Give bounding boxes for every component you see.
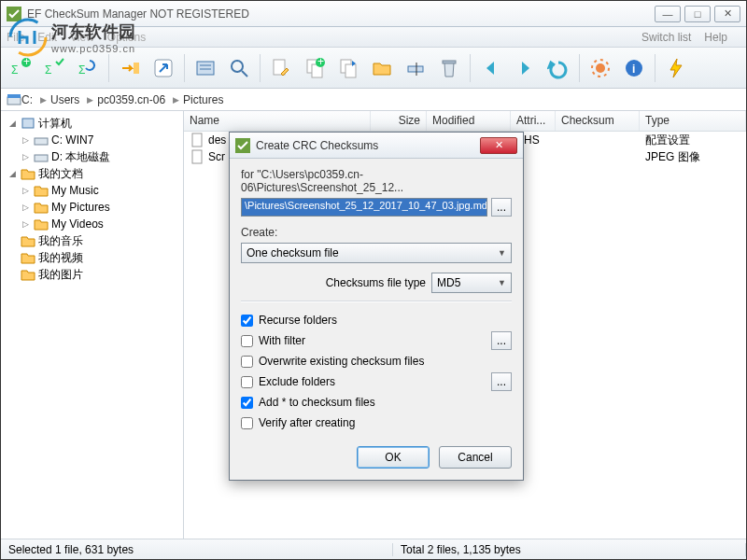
tool-action[interactable] — [660, 52, 692, 84]
tool-search[interactable] — [223, 52, 255, 84]
file-icon — [190, 149, 204, 164]
tool-forward[interactable] — [509, 52, 541, 84]
tree-node[interactable]: 我的音乐 — [3, 232, 181, 249]
svg-rect-27 — [7, 97, 21, 105]
svg-text:+: + — [23, 57, 30, 68]
svg-rect-33 — [192, 150, 202, 163]
tree-node[interactable]: ▷My Videos — [3, 216, 181, 232]
menu-switch-list[interactable]: Switch list — [641, 31, 691, 44]
filetype-combo[interactable]: MD5▼ — [431, 273, 512, 293]
tree-node[interactable]: 我的视频 — [3, 249, 181, 266]
tool-delete[interactable] — [433, 52, 465, 84]
tree-root[interactable]: ◢计算机 — [3, 115, 181, 132]
folder-tree[interactable]: ◢计算机 ▷C: WIN7 ▷D: 本地磁盘 ◢我的文档 ▷My Music ▷… — [1, 111, 184, 539]
svg-text:i: i — [632, 63, 635, 76]
svg-rect-28 — [7, 94, 21, 98]
svg-line-12 — [242, 71, 247, 77]
exclude-browse-button[interactable]: ... — [491, 372, 512, 391]
filter-checkbox[interactable] — [241, 335, 253, 347]
col-modified[interactable]: Modified — [427, 111, 511, 131]
svg-text:Σ: Σ — [78, 63, 85, 77]
svg-text:Σ: Σ — [11, 63, 18, 77]
col-name[interactable]: Name — [184, 111, 371, 131]
option-exclude[interactable]: Exclude folders... — [241, 371, 512, 392]
tree-node[interactable]: ▷My Pictures — [3, 199, 181, 216]
tool-back[interactable] — [475, 52, 507, 84]
filter-browse-button[interactable]: ... — [491, 331, 512, 350]
tree-node[interactable]: 我的图片 — [3, 266, 181, 283]
recurse-checkbox[interactable] — [241, 315, 253, 327]
dialog-title: Create CRC Checksums — [256, 139, 480, 152]
create-label: Create: — [241, 226, 512, 239]
tool-settings[interactable] — [585, 52, 616, 84]
svg-rect-8 — [197, 62, 214, 75]
watermark-name: 河东软件园 — [51, 21, 135, 43]
crumb-pictures[interactable]: Pictures — [183, 93, 223, 106]
tool-properties[interactable] — [190, 52, 221, 84]
tool-info[interactable]: i — [618, 52, 650, 84]
crumb-users[interactable]: Users — [50, 93, 79, 106]
svg-text:Σ: Σ — [45, 63, 51, 77]
exclude-checkbox[interactable] — [241, 376, 253, 388]
drive-icon — [7, 92, 21, 107]
option-verify[interactable]: Verify after creating — [241, 413, 512, 433]
ok-button[interactable]: OK — [357, 446, 430, 469]
crumb-drive[interactable]: C: — [21, 93, 33, 106]
option-overwrite[interactable]: Overwrite existing checksum files — [241, 351, 512, 371]
breadcrumb[interactable]: C:▶ Users▶ pc0359.cn-06▶ Pictures — [1, 89, 746, 111]
crumb-user[interactable]: pc0359.cn-06 — [97, 93, 165, 106]
tree-node[interactable]: ▷D: 本地磁盘 — [3, 148, 181, 165]
dialog-icon — [235, 138, 250, 153]
col-attr[interactable]: Attri... — [511, 111, 556, 131]
svg-rect-32 — [192, 133, 202, 147]
tool-rename[interactable] — [400, 52, 431, 84]
svg-rect-22 — [443, 61, 456, 63]
create-mode-combo[interactable]: One checksum file▼ — [241, 243, 512, 263]
svg-rect-6 — [134, 63, 139, 74]
tool-copy[interactable]: + — [299, 52, 331, 84]
overwrite-checkbox[interactable] — [241, 356, 253, 368]
verify-checkbox[interactable] — [241, 417, 253, 429]
tool-edit[interactable] — [265, 52, 297, 84]
col-type[interactable]: Type — [640, 111, 746, 131]
chevron-down-icon: ▼ — [498, 278, 506, 287]
create-checksums-dialog: Create CRC Checksums ✕ for "C:\Users\pc0… — [229, 132, 524, 481]
svg-rect-30 — [35, 138, 48, 145]
browse-path-button[interactable]: ... — [491, 198, 512, 217]
watermark-overlay: 河东软件园 www.pc0359.cn — [8, 18, 135, 57]
tool-shortcut[interactable] — [148, 52, 179, 84]
close-button[interactable]: ✕ — [714, 6, 740, 22]
status-right: Total 2 files, 1,135 bytes — [393, 543, 746, 556]
option-recurse[interactable]: Recurse folders — [241, 310, 512, 330]
output-path-input[interactable]: \Pictures\Screenshot_25_12_2017_10_47_03… — [241, 198, 487, 217]
option-with-filter[interactable]: With filter... — [241, 330, 512, 351]
col-checksum[interactable]: Checksum — [556, 111, 640, 131]
statusbar: Selected 1 file, 631 bytes Total 2 files… — [1, 539, 746, 559]
tree-node[interactable]: ▷My Music — [3, 182, 181, 199]
tool-undo[interactable] — [543, 52, 574, 84]
tree-node[interactable]: ◢我的文档 — [3, 165, 181, 182]
cancel-button[interactable]: Cancel — [439, 446, 512, 469]
svg-rect-20 — [408, 66, 423, 72]
tool-new-folder[interactable] — [366, 52, 398, 84]
chevron-right-icon: ▶ — [173, 95, 179, 105]
dialog-titlebar[interactable]: Create CRC Checksums ✕ — [230, 133, 523, 159]
chevron-right-icon: ▶ — [40, 95, 47, 105]
col-size[interactable]: Size — [371, 111, 427, 131]
watermark-url: www.pc0359.cn — [51, 43, 135, 54]
option-add-star[interactable]: Add * to checksum files — [241, 392, 512, 413]
dialog-close-button[interactable]: ✕ — [480, 137, 517, 154]
filetype-label: Checksums file type — [326, 276, 426, 289]
addstar-checkbox[interactable] — [241, 397, 253, 409]
status-left: Selected 1 file, 631 bytes — [1, 543, 393, 556]
list-header: Name Size Modified Attri... Checksum Typ… — [184, 111, 746, 132]
menu-help[interactable]: Help — [704, 31, 727, 44]
svg-rect-19 — [345, 64, 356, 77]
chevron-right-icon: ▶ — [87, 95, 93, 105]
svg-point-23 — [596, 63, 605, 73]
tool-move[interactable] — [332, 52, 364, 84]
svg-rect-29 — [22, 119, 34, 128]
maximize-button[interactable]: □ — [684, 6, 711, 22]
tree-node[interactable]: ▷C: WIN7 — [3, 132, 181, 148]
minimize-button[interactable]: — — [655, 6, 681, 22]
